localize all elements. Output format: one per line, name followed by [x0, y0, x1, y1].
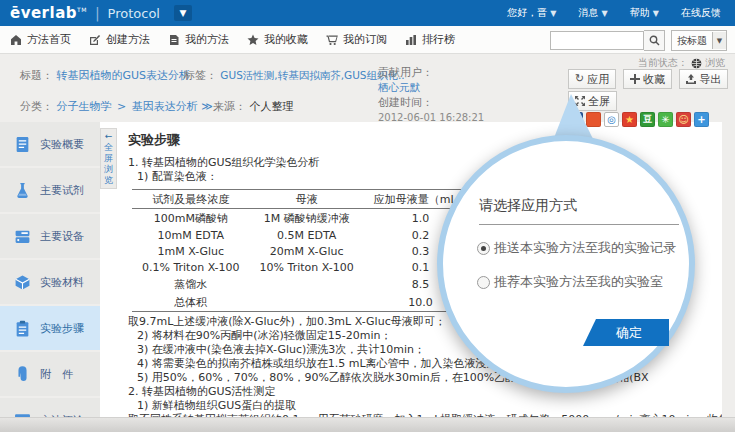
search-bar: 按标题 ▼ [550, 30, 727, 51]
search-icon [649, 35, 660, 46]
source-row: 来源： 个人整理 [213, 99, 294, 114]
action-toolbar: ↻应用 收藏 导出 打印 [568, 69, 735, 89]
sidebar-item-overview[interactable]: 实验概要 [0, 122, 100, 166]
messages-menu[interactable]: 消息 ▼ [578, 6, 607, 20]
nav-my-methods[interactable]: 我的方法 [168, 32, 229, 47]
fullscreen-browse-tab[interactable]: ← 全 屏 浏 览 [100, 128, 117, 189]
table-row: 100mM磷酸钠1M 磷酸钠缓冲液1.0 [132, 209, 478, 228]
chevron-down-icon: ▼ [602, 9, 608, 18]
apply-icon: ↻ [575, 74, 584, 84]
contributor-label: 贡献用户： [378, 66, 433, 80]
option-push-to-records[interactable]: 推送本实验方法至我的实验记录 [477, 239, 676, 257]
sidebar-item-reagents[interactable]: 主要试剂 [0, 168, 100, 212]
search-filter-value: 按标题 [672, 34, 712, 48]
my-methods-icon [168, 34, 180, 46]
arrow-left-icon: ← [101, 131, 116, 142]
export-button[interactable]: 导出 [679, 69, 728, 89]
my-subscriptions-icon [326, 34, 338, 46]
chevron-down-icon: ▼ [653, 9, 659, 18]
share-kaixin-icon[interactable]: ✳ [658, 112, 673, 127]
table-row: 1mM X-Gluc20mM X-Gluc0.3 [132, 243, 478, 259]
collect-button[interactable]: 收藏 [623, 69, 672, 89]
option-recommend-to-lab[interactable]: 推荐本实验方法至我的实验室 [477, 273, 663, 291]
everlab-logo[interactable]: ēverlabTM [10, 4, 87, 22]
nav-ranking[interactable]: 排行榜 [405, 32, 455, 47]
radio-button-icon[interactable] [477, 276, 490, 289]
table-row: 总体积10.0 [132, 293, 478, 312]
created-block: 创建时间： 2012-06-01 16:28:21 [378, 96, 484, 125]
sidebar-item-equipment[interactable]: 主要设备 [0, 214, 100, 258]
account-menu[interactable]: 您好，晋 ▼ [507, 6, 556, 20]
create-method-icon [89, 34, 101, 46]
confirm-button[interactable]: 确定 [583, 319, 669, 346]
category-row: 分类： 分子生物学 > 基因表达分析 ≫ [20, 99, 213, 114]
section-heading: 实验步骤 [128, 131, 722, 149]
tags-label: 标签： [184, 69, 217, 82]
radio-button-icon[interactable] [477, 242, 490, 255]
export-icon [686, 74, 696, 84]
top-bar: ēverlabTM | Protocol ▼ 您好，晋 ▼ 消息 ▼ 帮助 ▼ … [0, 0, 735, 26]
staining-solution-table: 试剂及最终浓度 母液 应加母液量（mL） 100mM磷酸钠1M 磷酸钠缓冲液1.… [132, 189, 478, 312]
nav-create-method[interactable]: 创建方法 [89, 32, 150, 47]
nav-method-home[interactable]: 方法首页 [10, 32, 71, 47]
title-label: 标题： [20, 69, 53, 82]
search-filter-select[interactable]: 按标题 ▼ [671, 30, 727, 51]
search-button[interactable] [644, 30, 665, 51]
share-weibo-icon[interactable] [586, 112, 601, 127]
step-line: 2. 转基因植物的GUS活性测定 [128, 385, 722, 399]
equipment-icon [14, 228, 31, 245]
status-label: 当前状态： [638, 56, 688, 70]
share-icons-row: f ◎ ★ 豆 ✳ ☺ + [568, 112, 709, 127]
category-separator: > [117, 100, 126, 113]
category-parent-link[interactable]: 分子生物学 [57, 100, 112, 113]
sidebar: 实验概要 主要试剂 主要设备 实验材料 实验步骤 附 件 方法评论 [0, 122, 100, 418]
status-value: 浏览 [705, 56, 725, 70]
tags-row: 标签： GUS活性测,转基因拟南芥,GUS组织化.. [184, 68, 405, 83]
option-label: 推荐本实验方法至我的实验室 [494, 273, 663, 291]
popup-title: 请选择应用方式 [479, 197, 577, 215]
home-icon [10, 34, 22, 46]
product-switcher-caret[interactable]: ▼ [174, 5, 192, 21]
step-line: 1) 新鲜植物组织GUS蛋白的提取 [128, 399, 722, 413]
attachment-icon [14, 366, 31, 383]
created-label: 创建时间： [378, 96, 484, 110]
share-more-icon[interactable]: + [694, 112, 709, 127]
share-tencent-weibo-icon[interactable]: ◎ [604, 112, 619, 127]
globe-icon [691, 58, 702, 69]
apply-button[interactable]: ↻应用 [568, 69, 616, 89]
protocol-title-link[interactable]: 转基因植物的GUS表达分析 [57, 69, 191, 82]
share-qzone-icon[interactable]: ★ [622, 112, 637, 127]
materials-icon [14, 274, 31, 291]
app-root: ēverlabTM | Protocol ▼ 您好，晋 ▼ 消息 ▼ 帮助 ▼ … [0, 0, 735, 432]
search-input[interactable] [550, 31, 644, 50]
sidebar-item-materials[interactable]: 实验材料 [0, 260, 100, 304]
apply-mode-popup: 请选择应用方式 推送本实验方法至我的实验记录 推荐本实验方法至我的实验室 确定 [437, 135, 695, 393]
reagents-icon [14, 182, 31, 199]
my-favorites-icon [247, 34, 259, 46]
share-renren-icon[interactable]: f [568, 112, 583, 127]
category-expand-icon[interactable]: ≫ [201, 100, 213, 113]
help-menu[interactable]: 帮助 ▼ [630, 6, 659, 20]
category-label: 分类： [20, 100, 53, 113]
table-row: 0.1% Triton X-10010% Triton X-1000.1 [132, 259, 478, 275]
logo-divider: | [95, 5, 100, 21]
nav-my-favorites[interactable]: 我的收藏 [247, 32, 308, 47]
source-label: 来源： [213, 100, 246, 113]
table-header: 母液 [250, 190, 364, 209]
ranking-icon [405, 34, 417, 46]
bottom-strip [0, 417, 735, 432]
share-douban-icon[interactable]: 豆 [640, 112, 655, 127]
product-name: Protocol [108, 6, 160, 21]
chevron-down-icon: ▼ [550, 9, 556, 18]
source-value: 个人整理 [250, 100, 294, 113]
category-child-link[interactable]: 基因表达分析 [132, 100, 198, 113]
feedback-link[interactable]: 在线反馈 [681, 6, 721, 20]
steps-icon [14, 320, 31, 337]
sidebar-item-steps[interactable]: 实验步骤 [0, 306, 100, 350]
sidebar-item-attachment[interactable]: 附 件 [0, 352, 100, 396]
fullscreen-button[interactable]: 全屏 [568, 91, 617, 111]
nav-my-subscriptions[interactable]: 我的订阅 [326, 32, 387, 47]
contributor-link[interactable]: 栖心元默 [378, 81, 420, 93]
top-menu: 您好，晋 ▼ 消息 ▼ 帮助 ▼ 在线反馈 [507, 6, 721, 20]
share-diandian-icon[interactable]: ☺ [676, 112, 691, 127]
